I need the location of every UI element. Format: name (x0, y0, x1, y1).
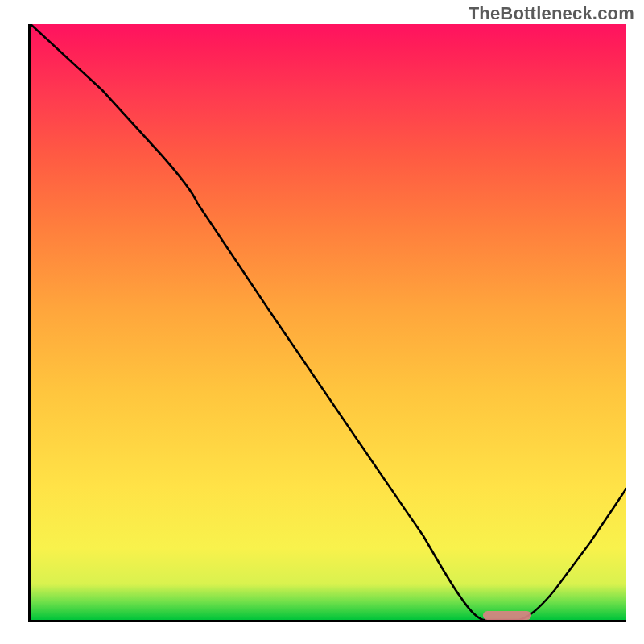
plot-area (31, 24, 626, 620)
chart-root: TheBottleneck.com (0, 0, 644, 644)
y-axis (28, 24, 31, 622)
x-axis (28, 620, 626, 622)
bottleneck-curve (31, 24, 626, 620)
watermark-text: TheBottleneck.com (469, 3, 634, 24)
optimal-marker (483, 611, 531, 620)
curve-path (31, 24, 626, 620)
